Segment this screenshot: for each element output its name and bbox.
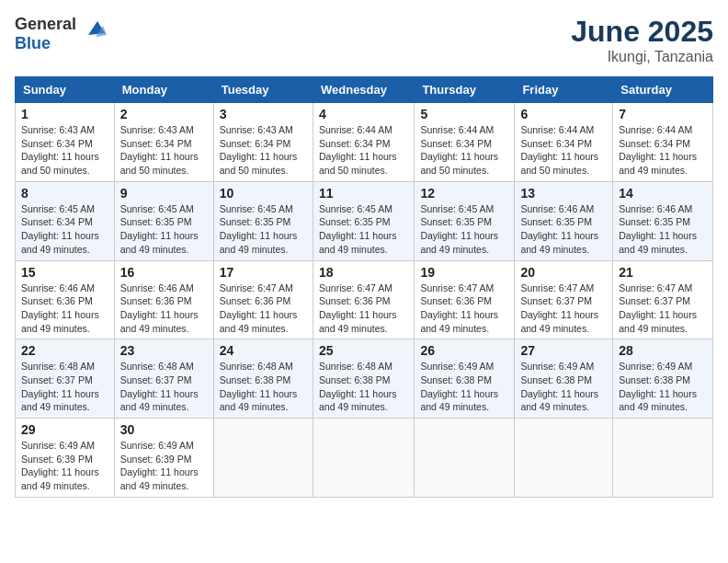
table-row: 3 Sunrise: 6:43 AM Sunset: 6:34 PM Dayli…	[213, 103, 313, 182]
day-info: Sunrise: 6:46 AM Sunset: 6:35 PM Dayligh…	[619, 202, 707, 257]
table-row	[213, 419, 313, 498]
table-row: 23 Sunrise: 6:48 AM Sunset: 6:37 PM Dayl…	[114, 339, 213, 419]
table-row: 22 Sunrise: 6:48 AM Sunset: 6:37 PM Dayl…	[16, 339, 115, 419]
day-number: 28	[619, 343, 707, 358]
day-number: 8	[21, 186, 108, 201]
day-number: 25	[319, 343, 408, 358]
day-info: Sunrise: 6:44 AM Sunset: 6:34 PM Dayligh…	[619, 123, 707, 178]
table-row: 26 Sunrise: 6:49 AM Sunset: 6:38 PM Dayl…	[415, 339, 515, 419]
day-number: 21	[619, 265, 707, 280]
day-number: 17	[220, 265, 307, 280]
day-number: 1	[21, 107, 108, 121]
table-row: 21 Sunrise: 6:47 AM Sunset: 6:37 PM Dayl…	[613, 260, 713, 339]
day-info: Sunrise: 6:45 AM Sunset: 6:35 PM Dayligh…	[120, 202, 208, 257]
day-info: Sunrise: 6:49 AM Sunset: 6:38 PM Dayligh…	[420, 360, 508, 414]
title-block: June 2025 Ikungi, Tanzania	[571, 15, 713, 65]
calendar-table: Sunday Monday Tuesday Wednesday Thursday…	[15, 76, 713, 498]
table-row: 1 Sunrise: 6:43 AM Sunset: 6:34 PM Dayli…	[16, 103, 115, 182]
table-row: 25 Sunrise: 6:48 AM Sunset: 6:38 PM Dayl…	[313, 339, 414, 419]
col-monday: Monday	[114, 77, 213, 103]
logo: General Blue	[15, 15, 107, 53]
day-info: Sunrise: 6:44 AM Sunset: 6:34 PM Dayligh…	[520, 123, 607, 178]
day-info: Sunrise: 6:43 AM Sunset: 6:34 PM Dayligh…	[21, 123, 108, 178]
calendar-week-row: 1 Sunrise: 6:43 AM Sunset: 6:34 PM Dayli…	[16, 103, 713, 182]
table-row: 30 Sunrise: 6:49 AM Sunset: 6:39 PM Dayl…	[114, 419, 213, 498]
day-number: 4	[319, 107, 408, 121]
table-row: 27 Sunrise: 6:49 AM Sunset: 6:38 PM Dayl…	[515, 339, 613, 419]
day-number: 15	[21, 265, 108, 280]
table-row: 28 Sunrise: 6:49 AM Sunset: 6:38 PM Dayl…	[613, 339, 713, 419]
day-info: Sunrise: 6:47 AM Sunset: 6:37 PM Dayligh…	[520, 282, 607, 336]
table-row	[613, 419, 713, 498]
table-row: 14 Sunrise: 6:46 AM Sunset: 6:35 PM Dayl…	[613, 181, 713, 260]
table-row: 5 Sunrise: 6:44 AM Sunset: 6:34 PM Dayli…	[415, 103, 515, 182]
day-number: 5	[420, 107, 508, 121]
day-info: Sunrise: 6:45 AM Sunset: 6:35 PM Dayligh…	[420, 202, 508, 257]
calendar-week-row: 22 Sunrise: 6:48 AM Sunset: 6:37 PM Dayl…	[16, 339, 713, 419]
day-number: 12	[420, 186, 508, 201]
day-info: Sunrise: 6:46 AM Sunset: 6:35 PM Dayligh…	[520, 202, 607, 257]
day-number: 29	[21, 422, 108, 437]
col-sunday: Sunday	[16, 77, 115, 103]
day-info: Sunrise: 6:45 AM Sunset: 6:34 PM Dayligh…	[21, 202, 108, 257]
day-number: 23	[120, 343, 208, 358]
day-info: Sunrise: 6:49 AM Sunset: 6:38 PM Dayligh…	[520, 360, 607, 414]
day-info: Sunrise: 6:47 AM Sunset: 6:36 PM Dayligh…	[220, 282, 307, 336]
location-subtitle: Ikungi, Tanzania	[571, 49, 713, 65]
day-info: Sunrise: 6:48 AM Sunset: 6:38 PM Dayligh…	[319, 360, 408, 414]
day-info: Sunrise: 6:46 AM Sunset: 6:36 PM Dayligh…	[120, 282, 208, 336]
day-number: 18	[319, 265, 408, 280]
col-friday: Friday	[515, 77, 613, 103]
day-number: 24	[220, 343, 307, 358]
day-number: 22	[21, 343, 108, 358]
day-number: 13	[520, 186, 607, 201]
table-row: 11 Sunrise: 6:45 AM Sunset: 6:35 PM Dayl…	[313, 181, 414, 260]
table-row: 29 Sunrise: 6:49 AM Sunset: 6:39 PM Dayl…	[16, 419, 115, 498]
table-row: 13 Sunrise: 6:46 AM Sunset: 6:35 PM Dayl…	[515, 181, 613, 260]
col-thursday: Thursday	[415, 77, 515, 103]
table-row: 19 Sunrise: 6:47 AM Sunset: 6:36 PM Dayl…	[415, 260, 515, 339]
day-info: Sunrise: 6:44 AM Sunset: 6:34 PM Dayligh…	[420, 123, 508, 178]
day-info: Sunrise: 6:43 AM Sunset: 6:34 PM Dayligh…	[120, 123, 208, 178]
table-row: 24 Sunrise: 6:48 AM Sunset: 6:38 PM Dayl…	[213, 339, 313, 419]
day-number: 9	[120, 186, 208, 201]
day-info: Sunrise: 6:47 AM Sunset: 6:36 PM Dayligh…	[319, 282, 408, 336]
calendar-week-row: 8 Sunrise: 6:45 AM Sunset: 6:34 PM Dayli…	[16, 181, 713, 260]
day-info: Sunrise: 6:47 AM Sunset: 6:36 PM Dayligh…	[420, 282, 508, 336]
day-info: Sunrise: 6:47 AM Sunset: 6:37 PM Dayligh…	[619, 282, 707, 336]
logo-general-text: General	[15, 15, 76, 33]
col-tuesday: Tuesday	[213, 77, 313, 103]
page-header: General Blue June 2025 Ikungi, Tanzania	[15, 15, 713, 65]
day-number: 7	[619, 107, 707, 121]
day-number: 30	[120, 422, 208, 437]
day-info: Sunrise: 6:49 AM Sunset: 6:39 PM Dayligh…	[21, 439, 108, 493]
table-row: 2 Sunrise: 6:43 AM Sunset: 6:34 PM Dayli…	[114, 103, 213, 182]
table-row: 15 Sunrise: 6:46 AM Sunset: 6:36 PM Dayl…	[16, 260, 115, 339]
table-row: 17 Sunrise: 6:47 AM Sunset: 6:36 PM Dayl…	[213, 260, 313, 339]
day-info: Sunrise: 6:49 AM Sunset: 6:39 PM Dayligh…	[120, 439, 208, 493]
calendar-week-row: 15 Sunrise: 6:46 AM Sunset: 6:36 PM Dayl…	[16, 260, 713, 339]
table-row: 8 Sunrise: 6:45 AM Sunset: 6:34 PM Dayli…	[16, 181, 115, 260]
day-number: 19	[420, 265, 508, 280]
table-row	[415, 419, 515, 498]
table-row: 16 Sunrise: 6:46 AM Sunset: 6:36 PM Dayl…	[114, 260, 213, 339]
day-number: 14	[619, 186, 707, 201]
table-row	[313, 419, 414, 498]
calendar-header-row: Sunday Monday Tuesday Wednesday Thursday…	[16, 77, 713, 103]
month-year-title: June 2025	[571, 15, 713, 49]
day-info: Sunrise: 6:43 AM Sunset: 6:34 PM Dayligh…	[220, 123, 307, 178]
day-number: 6	[520, 107, 607, 121]
day-number: 11	[319, 186, 408, 201]
table-row: 7 Sunrise: 6:44 AM Sunset: 6:34 PM Dayli…	[613, 103, 713, 182]
day-number: 16	[120, 265, 208, 280]
table-row: 20 Sunrise: 6:47 AM Sunset: 6:37 PM Dayl…	[515, 260, 613, 339]
table-row: 6 Sunrise: 6:44 AM Sunset: 6:34 PM Dayli…	[515, 103, 613, 182]
day-info: Sunrise: 6:49 AM Sunset: 6:38 PM Dayligh…	[619, 360, 707, 414]
table-row: 9 Sunrise: 6:45 AM Sunset: 6:35 PM Dayli…	[114, 181, 213, 260]
day-info: Sunrise: 6:44 AM Sunset: 6:34 PM Dayligh…	[319, 123, 408, 178]
day-info: Sunrise: 6:45 AM Sunset: 6:35 PM Dayligh…	[319, 202, 408, 257]
day-info: Sunrise: 6:48 AM Sunset: 6:37 PM Dayligh…	[120, 360, 208, 414]
day-info: Sunrise: 6:48 AM Sunset: 6:37 PM Dayligh…	[21, 360, 108, 414]
day-number: 27	[520, 343, 607, 358]
col-wednesday: Wednesday	[313, 77, 414, 103]
